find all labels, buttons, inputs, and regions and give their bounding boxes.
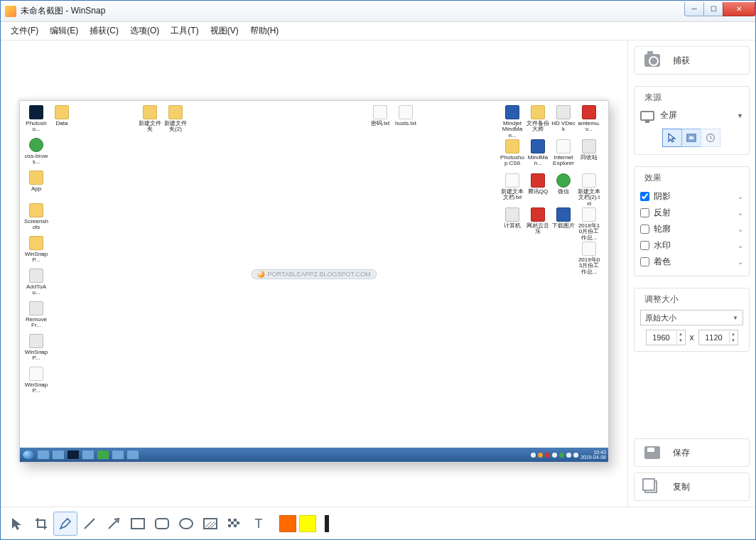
canvas-area[interactable]: Photosho...Dataoss-brows...AppScreenshot… [1,40,627,507]
capture-button[interactable]: 捕获 [634,46,750,75]
svg-text:T: T [255,517,263,531]
watermark-text: PORTABLEAPPZ.BLOGSPOT.COM [267,271,370,278]
maximize-button[interactable]: ☐ [703,2,723,16]
chevron-down-icon[interactable]: ⌄ [738,242,743,249]
cursor-tool[interactable] [662,129,682,147]
system-tray: 10:43 2019-04-08 [531,450,606,460]
start-orb-icon [22,450,35,460]
menu-tools[interactable]: 工具(T) [165,22,204,40]
titlebar: 未命名截图 - WinSnap ─ ☐ ✕ [1,1,755,22]
chevron-down-icon[interactable]: ⌄ [738,225,743,233]
arrow-tool[interactable] [102,512,126,536]
svg-rect-15 [237,522,239,524]
menu-file[interactable]: 文件(F) [5,22,44,40]
menu-view[interactable]: 视图(V) [205,22,244,40]
menu-options[interactable]: 选项(O) [124,22,165,40]
chevron-down-icon: ▼ [737,112,743,119]
window-title: 未命名截图 - WinSnap [21,5,105,17]
effect-shadow-checkbox[interactable] [640,192,649,201]
desktop-icon: App [24,171,48,192]
text-tool[interactable]: T [247,512,271,536]
desktop-icon: 网易云音乐 [526,207,550,235]
window-controls: ─ ☐ ✕ [685,2,755,16]
copy-button-label: 复制 [673,481,690,493]
blur-tool[interactable] [198,512,222,536]
pointer-tool[interactable] [5,512,29,536]
chevron-down-icon[interactable]: ⌄ [738,193,743,200]
source-legend: 来源 [642,92,664,104]
width-input[interactable]: 1960▲▼ [646,330,686,345]
copy-icon [644,480,660,493]
desktop-icon: 密码.txt [368,105,392,126]
svg-rect-5 [131,519,144,529]
close-button[interactable]: ✕ [723,2,755,16]
menu-edit[interactable]: 编辑(E) [44,22,84,40]
menubar: 文件(F) 编辑(E) 捕获(C) 选项(O) 工具(T) 视图(V) 帮助(H… [1,22,755,40]
main-area: Photosho...Dataoss-brows...AppScreenshot… [1,40,755,507]
window-tool[interactable] [681,129,701,147]
effect-shadow[interactable]: 阴影⌄ [640,188,743,205]
desktop-icon: amtemu.v... [577,105,601,133]
taskbar-item [126,450,139,460]
source-mode-dropdown[interactable]: 全屏 ▼ [640,108,743,127]
desktop-icon: Screenshots [24,203,48,231]
resize-panel: 调整大小 原始大小 ▼ 1960▲▼ x 1120▲▼ [634,288,750,352]
color-swatch-1[interactable] [279,515,296,532]
desktop-icon: 新建文件夹(2) [163,105,188,133]
watermark-orb-icon [257,271,264,278]
rounded-rect-tool[interactable] [150,512,174,536]
capture-tools [640,127,743,148]
resize-preset-dropdown[interactable]: 原始大小 ▼ [640,310,743,325]
desktop-icon: 2018年10月份工作总... [577,207,601,241]
crop-tool[interactable] [29,512,53,536]
effect-reflection[interactable]: 反射⌄ [640,205,743,221]
chevron-down-icon[interactable]: ⌄ [738,258,743,266]
effect-tint-checkbox[interactable] [640,257,649,266]
effect-reflection-checkbox[interactable] [640,208,649,217]
taskbar: 10:43 2019-04-08 [20,448,608,462]
effect-tint[interactable]: 着色⌄ [640,254,743,270]
desktop-icon: Mindjet MindMan... [500,105,524,139]
svg-point-7 [180,519,193,529]
desktop-icon: AddToAu... [24,269,48,296]
app-icon [5,6,16,17]
source-panel: 来源 全屏 ▼ [634,86,750,155]
pen-tool[interactable] [53,512,77,536]
desktop-icon: Data [50,105,74,126]
color-swatch-3[interactable] [325,515,329,532]
chevron-down-icon: ▼ [733,315,738,321]
monitor-icon [640,111,654,121]
effect-outline[interactable]: 轮廓⌄ [640,221,743,237]
save-button-label: 保存 [673,447,690,459]
delay-tool[interactable] [701,129,720,147]
svg-rect-12 [228,519,231,522]
effect-watermark[interactable]: 水印⌄ [640,237,743,254]
svg-rect-1 [688,136,694,140]
effects-panel: 效果 阴影⌄ 反射⌄ 轮廓⌄ 水印⌄ 着色⌄ [634,166,750,276]
svg-rect-13 [234,519,237,522]
taskbar-item [112,450,124,460]
effect-watermark-checkbox[interactable] [640,241,649,250]
desktop-icon: 新建文件夹 [138,105,162,133]
copy-button[interactable]: 复制 [634,472,750,501]
minimize-button[interactable]: ─ [684,2,704,16]
chevron-down-icon[interactable]: ⌄ [738,209,743,217]
taskbar-clock: 10:43 2019-04-08 [580,450,606,460]
desktop-icon: 计算机 [500,207,524,229]
rect-tool[interactable] [126,512,150,536]
svg-rect-16 [228,524,231,527]
desktop-icon: 新建文本文档(2).txt [577,173,601,207]
captured-screenshot: Photosho...Dataoss-brows...AppScreenshot… [19,100,609,463]
menu-help[interactable]: 帮助(H) [244,22,285,40]
ellipse-tool[interactable] [174,512,198,536]
line-tool[interactable] [77,512,102,536]
color-swatch-2[interactable] [299,515,316,532]
menu-capture[interactable]: 捕获(C) [84,22,124,40]
effect-outline-checkbox[interactable] [640,225,649,234]
watermark-badge: PORTABLEAPPZ.BLOGSPOT.COM [251,269,377,279]
pixelate-tool[interactable] [222,512,247,536]
camera-icon [644,54,660,67]
svg-line-11 [210,523,216,529]
height-input[interactable]: 1120▲▼ [698,330,738,345]
save-button[interactable]: 保存 [634,438,750,467]
